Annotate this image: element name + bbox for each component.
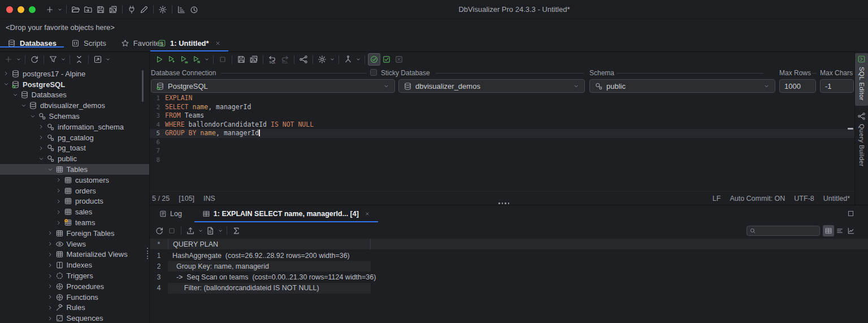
minimize-button[interactable] [18,6,24,13]
tree-item-dbvisualizer-demos[interactable]: dbvisualizer_demos [0,100,149,111]
save-button[interactable] [94,3,107,16]
chevron-right-icon[interactable] [47,262,55,269]
export-menu-button[interactable] [197,225,204,237]
tree-item-functions[interactable]: Functions [0,292,149,303]
tree-item-foreign-tables[interactable]: Foreign Tables [0,228,149,239]
tree-item-procedures[interactable]: Procedures [0,281,149,292]
tab-databases[interactable]: Databases [0,39,64,48]
favorites-drop-bar[interactable]: <Drop your favorite objects here> [0,19,868,35]
tree-item-materialized-views[interactable]: Materialized Views [0,249,149,260]
save-sql-as-button[interactable] [248,53,260,66]
chevron-right-icon[interactable] [55,198,63,205]
close-tab-icon[interactable] [215,40,221,46]
open-file-button[interactable] [70,3,82,16]
chevron-right-icon[interactable] [55,219,63,226]
save-sql-button[interactable] [235,53,248,66]
refresh-tree-button[interactable] [28,53,41,66]
result-tab-result-1[interactable]: 1: EXPLAIN SELECT name, managerId... [4] [194,205,378,222]
execute-explain-button[interactable] [178,53,190,66]
editor-options-menu-button[interactable] [328,53,336,66]
tree-item-postgresql[interactable]: PostgreSQL [0,79,149,90]
new-object-menu-button[interactable] [56,3,63,16]
column-header-query-plan[interactable]: QUERY PLAN [168,239,371,249]
charts-button[interactable] [175,3,188,16]
table-row[interactable]: 1 HashAggregate (cost=26.92..28.92 rows=… [150,250,868,261]
splitter-collapse-handle[interactable] [848,128,853,130]
tree-item-products[interactable]: products [0,196,149,207]
query-plan-cell[interactable]: Filter: (ballondorcandidateid IS NOT NUL… [168,283,371,294]
tree-item-teams[interactable]: teams [0,217,149,228]
explain-plan-toggle-button[interactable] [368,53,380,66]
stop-result-button[interactable] [166,225,178,237]
zoom-button[interactable] [29,6,36,13]
grid-view-button[interactable] [823,225,834,236]
search-input[interactable] [758,226,817,235]
chevron-down-icon[interactable] [12,92,20,98]
tree-item-indexes[interactable]: Indexes [0,260,149,270]
schema-select[interactable]: public [589,79,775,93]
table-row[interactable]: 2 Group Key: name, managerid [150,261,868,272]
tree-item-pg-catalog[interactable]: pg_catalog [0,132,149,143]
tree-item-public[interactable]: public [0,153,149,164]
database-select[interactable]: dbvisualizer_demos [398,79,585,93]
sticky-database-checkbox[interactable] [370,69,377,76]
tree-item-pg-toast[interactable]: pg_toast [0,143,149,154]
undo-sql-button[interactable]: SQL [266,53,279,66]
query-plan-cell[interactable]: Group Key: name, managerid [168,261,371,272]
chevron-right-icon[interactable] [55,187,63,194]
chevron-right-icon[interactable] [55,176,63,183]
chevron-right-icon[interactable] [47,251,55,258]
chevron-down-icon[interactable] [29,113,37,120]
create-connection-button[interactable] [2,53,15,66]
chevron-right-icon[interactable] [3,70,11,77]
tree-item-sales[interactable]: sales [0,206,149,217]
open-in-new-window-menu-button[interactable] [104,53,111,66]
tree-item-customers[interactable]: customers [0,175,149,186]
chevron-right-icon[interactable] [47,230,55,236]
max-rows-input[interactable] [784,82,811,91]
parameters-menu-button[interactable] [354,53,362,66]
tree-item-triggers[interactable]: Triggers [0,270,149,281]
query-plan-cell[interactable]: -> Seq Scan on teams (cost=0.00..21.30 r… [168,272,371,282]
tab-scripts[interactable]: Scripts [64,39,114,48]
chevron-right-icon[interactable] [47,294,55,300]
import-file-button[interactable] [82,3,94,16]
editor-options-button[interactable] [316,53,328,66]
auto-commit-toggle-button[interactable] [380,53,393,66]
tree-item-postgres17-alpine[interactable]: postgres17 - Alpine [0,68,149,79]
splitter-handle[interactable] [498,203,509,204]
text-view-button[interactable] [834,225,845,236]
grid-drag-handle[interactable] [147,248,148,259]
result-options-button[interactable] [204,225,216,237]
close-button[interactable] [6,6,13,13]
query-plan-cell[interactable]: HashAggregate (cost=26.92..28.92 rows=20… [168,250,371,261]
chevron-right-icon[interactable] [38,145,46,152]
execute-script-button[interactable] [190,53,203,66]
chevron-right-icon[interactable] [38,123,46,130]
sql-editor[interactable]: 1 EXPLAIN 2 SELECT name, managerId 3 FRO… [150,93,854,191]
open-in-new-window-button[interactable] [92,53,104,66]
chevron-right-icon[interactable] [47,273,55,279]
close-all-results-button[interactable] [393,53,405,66]
tree-scrollbar[interactable] [142,70,144,102]
chevron-down-icon[interactable] [3,81,11,88]
aggregate-button[interactable] [230,225,242,237]
chevron-right-icon[interactable] [47,283,55,290]
connection-select[interactable]: PostgreSQL [151,79,395,93]
tree-item-databases[interactable]: Databases [0,90,149,101]
chevron-right-icon[interactable] [47,304,55,311]
chevron-right-icon[interactable] [55,209,63,216]
tree-item-sequences[interactable]: Sequences [0,313,149,323]
chevron-right-icon[interactable] [38,134,46,141]
chevron-down-icon[interactable] [38,156,46,162]
close-result-icon[interactable] [364,211,370,217]
tree-item-orders[interactable]: orders [0,186,149,196]
filter-menu-button[interactable] [59,53,67,66]
chevron-right-icon[interactable] [47,315,55,322]
tree-item-tables[interactable]: Tables [0,164,149,175]
tree-item-schemas[interactable]: Schemas [0,111,149,122]
maximize-panel-icon[interactable] [848,211,853,216]
tree-item-views[interactable]: Views [0,239,149,249]
commit-button[interactable] [297,53,310,66]
result-options-menu-button[interactable] [216,225,224,237]
